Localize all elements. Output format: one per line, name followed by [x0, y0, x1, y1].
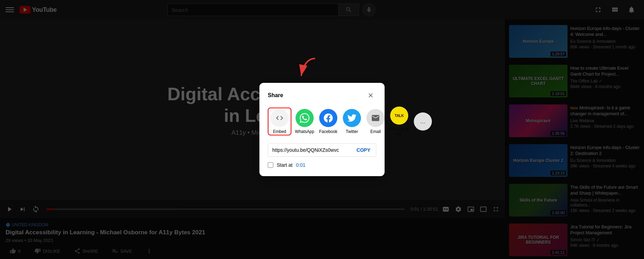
modal-header: Share	[268, 90, 376, 101]
start-at-row: Start at 0:01	[268, 162, 376, 168]
whatsapp-share-button[interactable]: WhatsApp	[294, 109, 315, 134]
start-at-checkbox[interactable]	[268, 162, 273, 168]
embed-share-button[interactable]: Embed	[269, 109, 290, 134]
modal-close-button[interactable]	[365, 90, 376, 101]
kakao-label: 카카오스토리	[389, 127, 410, 137]
whatsapp-label: WhatsApp	[295, 129, 314, 134]
share-modal: Share Embed	[259, 83, 385, 176]
arrow-indicator	[294, 55, 322, 83]
start-at-time[interactable]: 0:01	[296, 162, 305, 168]
modal-overlay[interactable]: Share Embed	[0, 0, 644, 259]
kakao-share-button[interactable]: TALK 카카오스토리	[389, 107, 410, 137]
start-at-label[interactable]: Start at	[277, 162, 292, 168]
facebook-icon-circle	[319, 109, 337, 127]
more-share-icon[interactable]	[414, 112, 432, 131]
embed-label: Embed	[273, 129, 286, 134]
twitter-share-button[interactable]: Twitter	[341, 109, 362, 134]
modal-title: Share	[268, 92, 283, 99]
email-share-button[interactable]: Email	[365, 109, 386, 134]
twitter-icon-circle	[343, 109, 361, 127]
whatsapp-icon-circle	[296, 109, 314, 127]
embed-button-wrapper: Embed	[268, 108, 291, 135]
twitter-label: Twitter	[346, 129, 358, 134]
url-row: COPY	[268, 143, 376, 157]
kakao-icon-circle: TALK	[390, 107, 408, 125]
copy-button[interactable]: COPY	[351, 144, 376, 156]
more-share-button[interactable]	[412, 112, 433, 131]
share-buttons-row: Embed WhatsApp Facebook	[268, 107, 376, 137]
email-label: Email	[370, 129, 381, 134]
embed-icon-circle	[271, 109, 289, 127]
facebook-share-button[interactable]: Facebook	[318, 109, 339, 134]
url-input[interactable]	[268, 144, 351, 156]
email-icon-circle	[367, 109, 385, 127]
facebook-label: Facebook	[319, 129, 338, 134]
